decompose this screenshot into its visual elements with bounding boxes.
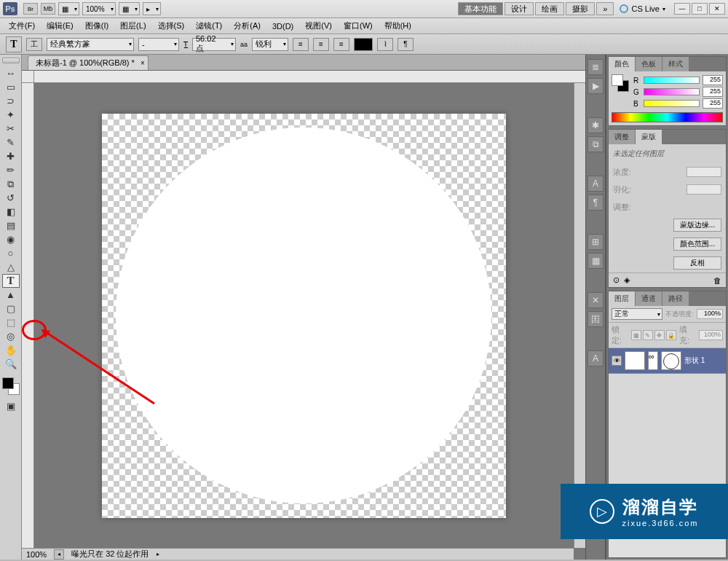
warp-text-icon[interactable]: ⌇ xyxy=(377,38,393,51)
menu-edit[interactable]: 编辑(E) xyxy=(41,18,79,34)
lock-position-icon[interactable]: ✥ xyxy=(654,330,665,340)
text-orientation-toggle[interactable]: 工 xyxy=(26,38,42,51)
minimize-icon[interactable]: — xyxy=(674,3,690,15)
marquee-tool-icon[interactable]: ▭ xyxy=(2,80,20,94)
text-color-swatch[interactable] xyxy=(354,38,373,51)
arrange-dropdown[interactable]: ▦ xyxy=(119,2,140,15)
paragraph-panel-icon[interactable]: ¶ xyxy=(587,195,604,211)
hand-tool-icon[interactable]: ✋ xyxy=(2,343,20,357)
menu-file[interactable]: 文件(F) xyxy=(3,18,41,34)
minibridge-icon[interactable]: Mb xyxy=(41,3,55,15)
antialias-dropdown[interactable]: 锐利 xyxy=(252,38,288,51)
dodge-tool-icon[interactable]: ○ xyxy=(2,246,20,260)
opacity-input[interactable]: 100% xyxy=(697,309,723,319)
tab-color[interactable]: 颜色 xyxy=(609,57,635,71)
gradient-tool-icon[interactable]: ▤ xyxy=(2,219,20,232)
move-tool-icon[interactable]: ↔ xyxy=(2,66,20,80)
bridge-icon[interactable]: Br xyxy=(23,3,38,15)
workspace-painting[interactable]: 绘画 xyxy=(535,2,564,15)
zoom-dropdown[interactable]: 100% xyxy=(82,2,116,15)
b-slider[interactable] xyxy=(644,100,700,107)
crop-tool-icon[interactable]: ✂ xyxy=(2,122,20,136)
layer-row[interactable]: 👁 ∞ 形状 1 xyxy=(609,348,726,373)
foreground-color-swatch[interactable] xyxy=(2,377,14,389)
cslive-button[interactable]: CS Live ▾ xyxy=(620,4,665,13)
invert-button[interactable]: 反相 xyxy=(673,256,721,270)
font-family-dropdown[interactable]: 经典繁方篆 xyxy=(47,38,134,51)
clone-source-panel-icon[interactable]: ⧉ xyxy=(587,136,604,152)
type-tool-icon[interactable]: T xyxy=(2,274,20,288)
character-panel-icon[interactable]: ¶ xyxy=(397,38,414,51)
history-brush-tool-icon[interactable]: ↺ xyxy=(2,191,20,205)
status-prev-icon[interactable]: ◂ xyxy=(54,549,64,560)
menu-image[interactable]: 图像(I) xyxy=(79,18,114,34)
menu-help[interactable]: 帮助(H) xyxy=(379,18,417,34)
styles-panel-icon[interactable]: A xyxy=(587,350,604,366)
tab-swatches[interactable]: 色板 xyxy=(636,57,662,71)
tools-grip-icon[interactable] xyxy=(2,58,20,63)
panel-fg-swatch[interactable] xyxy=(612,74,623,86)
3d-tool-icon[interactable]: ⬚ xyxy=(2,315,20,329)
quick-select-tool-icon[interactable]: ✦ xyxy=(2,108,20,122)
history-panel-icon[interactable]: ≣ xyxy=(587,59,604,75)
blur-tool-icon[interactable]: ◉ xyxy=(2,232,20,246)
font-size-dropdown[interactable]: 56.02 点 xyxy=(192,38,236,51)
layer-vector-link-icon[interactable]: ∞ xyxy=(648,351,658,370)
lock-all-icon[interactable]: 🔒 xyxy=(666,330,676,340)
align-left-icon[interactable]: ≡ xyxy=(293,38,309,51)
tab-styles[interactable]: 样式 xyxy=(662,57,689,71)
menu-filter[interactable]: 滤镜(T) xyxy=(190,18,228,34)
color-range-button[interactable]: 颜色范围... xyxy=(673,238,721,251)
menu-layer[interactable]: 图层(L) xyxy=(114,18,151,34)
healing-tool-icon[interactable]: ✚ xyxy=(2,149,20,163)
tab-channels[interactable]: 通道 xyxy=(636,291,662,306)
screen-mode-dropdown[interactable]: ▦ xyxy=(58,2,79,15)
b-value[interactable]: 255 xyxy=(703,98,723,109)
maximize-icon[interactable]: □ xyxy=(692,3,708,15)
workspace-photography[interactable]: 摄影 xyxy=(566,2,595,15)
tab-layers[interactable]: 图层 xyxy=(609,291,635,306)
r-value[interactable]: 255 xyxy=(703,75,723,85)
tab-close-icon[interactable]: × xyxy=(141,59,145,67)
mask-trash-icon[interactable]: 🗑 xyxy=(713,276,721,285)
brush-tool-icon[interactable]: ✏ xyxy=(2,163,20,177)
eyedropper-tool-icon[interactable]: ✎ xyxy=(2,136,20,149)
layer-name[interactable]: 形状 1 xyxy=(684,356,705,366)
something-panel-icon[interactable]: 囯 xyxy=(587,311,604,327)
document-tab[interactable]: 未标题-1 @ 100%(RGB/8) * × xyxy=(28,55,149,70)
color-spectrum[interactable] xyxy=(612,112,723,122)
current-tool-icon[interactable]: T xyxy=(6,36,22,52)
g-slider[interactable] xyxy=(644,88,700,95)
actions-panel-icon[interactable]: ▶ xyxy=(587,78,604,94)
ruler-vertical[interactable] xyxy=(22,83,34,560)
vertical-scrollbar[interactable] xyxy=(574,83,585,548)
layer-mask-thumbnail[interactable] xyxy=(661,351,681,370)
blend-mode-dropdown[interactable]: 正常 xyxy=(612,308,662,320)
align-center-icon[interactable]: ≡ xyxy=(313,38,329,51)
font-style-dropdown[interactable]: - xyxy=(138,38,179,51)
menu-analysis[interactable]: 分析(A) xyxy=(228,18,266,34)
canvas[interactable] xyxy=(102,114,506,518)
tab-adjustments[interactable]: 调整 xyxy=(609,130,635,144)
g-value[interactable]: 255 xyxy=(703,87,723,97)
zoom-tool-icon[interactable]: 🔍 xyxy=(2,357,20,371)
pen-tool-icon[interactable]: △ xyxy=(2,260,20,274)
shape-tool-icon[interactable]: ▢ xyxy=(2,302,20,315)
eraser-tool-icon[interactable]: ◧ xyxy=(2,205,20,219)
fill-input[interactable]: 100% xyxy=(699,330,723,340)
info-panel-icon[interactable]: ✕ xyxy=(587,292,604,308)
extras-dropdown[interactable]: ▸ xyxy=(143,2,161,15)
close-icon[interactable]: ✕ xyxy=(709,3,725,15)
ruler-corner[interactable] xyxy=(22,71,34,83)
menu-window[interactable]: 窗口(W) xyxy=(338,18,379,34)
mask-edge-button[interactable]: 蒙版边缘... xyxy=(673,219,721,232)
character-panel-icon[interactable]: A xyxy=(587,176,604,192)
workspace-more[interactable]: » xyxy=(596,2,614,15)
workspace-design[interactable]: 设计 xyxy=(505,2,534,15)
horizontal-scrollbar[interactable]: 100% ◂ 曝光只在 32 位起作用 ▸ xyxy=(22,548,574,560)
stamp-tool-icon[interactable]: ⧉ xyxy=(2,177,20,191)
ruler-horizontal[interactable] xyxy=(34,71,585,83)
visibility-eye-icon[interactable]: 👁 xyxy=(612,356,622,366)
zoom-readout[interactable]: 100% xyxy=(26,550,47,559)
tab-paths[interactable]: 路径 xyxy=(662,291,689,306)
